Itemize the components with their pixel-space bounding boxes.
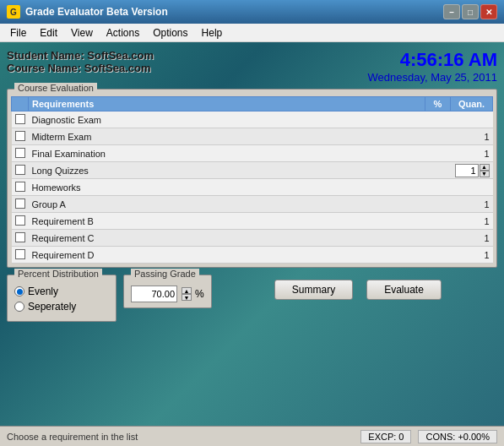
menu-view[interactable]: View	[64, 25, 100, 41]
eval-qty: 1	[451, 247, 493, 264]
eval-qty: 1	[451, 128, 493, 145]
table-row: Final Examination1	[12, 145, 493, 162]
course-eval-panel: Course Evaluation Requirements % Quan. D…	[7, 89, 497, 268]
passing-spinner[interactable]: ▲ ▼	[182, 287, 192, 301]
eval-qty: 1	[451, 145, 493, 162]
close-button[interactable]: ✕	[480, 4, 497, 19]
passing-grade-title: Passing Grade	[131, 269, 199, 279]
eval-qty	[451, 112, 493, 128]
col-pct: %	[425, 97, 451, 112]
cons-badge: CONS: +0.00%	[418, 430, 497, 443]
eval-name: Midterm Exam	[29, 128, 425, 145]
table-row: Requirement B1	[12, 213, 493, 230]
window-title: Grade Evaluator Beta Version	[25, 6, 443, 18]
eval-name: Requirement B	[29, 213, 425, 230]
eval-name: Requirement D	[29, 247, 425, 264]
evaluate-button[interactable]: Evaluate	[366, 280, 442, 300]
eval-pct	[425, 128, 451, 145]
eval-pct	[425, 179, 451, 196]
student-info: Student Name: SoftSea.com Course Name: S…	[7, 49, 154, 84]
summary-button[interactable]: Summary	[274, 280, 353, 300]
col-check	[12, 97, 29, 112]
info-section: Student Name: SoftSea.com Course Name: S…	[7, 49, 497, 84]
course-name-label: Course Name: SoftSea.com	[7, 62, 154, 74]
radio-evenly-btn[interactable]	[14, 286, 24, 296]
col-qty: Quan.	[451, 97, 493, 112]
eval-qty	[451, 179, 493, 196]
status-message: Choose a requirement in the list	[7, 432, 360, 442]
eval-pct	[425, 230, 451, 247]
eval-pct	[425, 247, 451, 264]
eval-name: Requirement C	[29, 230, 425, 247]
passing-grade-input[interactable]	[131, 286, 177, 302]
eval-qty: 1	[451, 213, 493, 230]
radio-evenly-label: Evenly	[28, 286, 58, 297]
radio-separately-label: Seperately	[28, 301, 76, 313]
passing-grade-panel: Passing Grade ▲ ▼ %	[123, 275, 212, 308]
maximize-button[interactable]: □	[462, 4, 479, 19]
eval-pct	[425, 213, 451, 230]
eval-qty: ▲▼	[451, 162, 493, 179]
action-buttons: Summary Evaluate	[219, 280, 497, 300]
excp-badge: EXCP: 0	[360, 430, 411, 443]
eval-pct	[425, 112, 451, 128]
menu-options[interactable]: Options	[146, 25, 194, 41]
menu-bar: File Edit View Actions Options Help	[0, 24, 504, 42]
passing-increment-btn[interactable]: ▲	[182, 287, 192, 294]
eval-name: Final Examination	[29, 145, 425, 162]
eval-checkbox[interactable]	[15, 165, 25, 175]
radio-separately[interactable]: Seperately	[14, 301, 109, 313]
table-row: Group A1	[12, 196, 493, 213]
eval-checkbox[interactable]	[15, 182, 25, 192]
eval-name: Group A	[29, 196, 425, 213]
menu-help[interactable]: Help	[195, 25, 230, 41]
table-row: Midterm Exam1	[12, 128, 493, 145]
eval-qty: 1	[451, 230, 493, 247]
passing-input-row: ▲ ▼ %	[131, 286, 204, 302]
eval-pct	[425, 196, 451, 213]
eval-checkbox[interactable]	[15, 114, 25, 124]
action-buttons-area: Summary Evaluate	[219, 275, 497, 303]
table-row: Long Quizzes▲▼	[12, 162, 493, 179]
radio-separately-btn[interactable]	[14, 302, 24, 312]
bottom-section: Percent Distribution Evenly Seperately P…	[7, 275, 497, 322]
current-time: 4:56:16 AM	[368, 49, 497, 71]
eval-checkbox[interactable]	[15, 232, 25, 242]
qty-increment-btn[interactable]: ▲	[480, 164, 490, 171]
table-row: Requirement C1	[12, 230, 493, 247]
table-row: Homeworks	[12, 179, 493, 196]
course-eval-title: Course Evaluation	[14, 83, 97, 93]
eval-name: Homeworks	[29, 179, 425, 196]
menu-actions[interactable]: Actions	[100, 25, 146, 41]
eval-name: Diagnostic Exam	[29, 112, 425, 128]
minimize-button[interactable]: –	[443, 4, 460, 19]
datetime-display: 4:56:16 AM Wednesday, May 25, 2011	[368, 49, 497, 84]
table-row: Diagnostic Exam	[12, 112, 493, 128]
eval-checkbox[interactable]	[15, 215, 25, 226]
eval-qty: 1	[451, 196, 493, 213]
current-date: Wednesday, May 25, 2011	[368, 71, 497, 84]
passing-decrement-btn[interactable]: ▼	[182, 294, 192, 301]
eval-checkbox[interactable]	[15, 249, 25, 259]
qty-spinner-input[interactable]	[455, 164, 479, 177]
status-bar: Choose a requirement in the list EXCP: 0…	[0, 426, 504, 446]
eval-name: Long Quizzes	[29, 162, 425, 179]
passing-unit: %	[195, 288, 204, 300]
eval-checkbox[interactable]	[15, 199, 25, 209]
percent-distribution-panel: Percent Distribution Evenly Seperately	[7, 275, 117, 322]
qty-decrement-btn[interactable]: ▼	[480, 171, 490, 177]
menu-edit[interactable]: Edit	[33, 25, 64, 41]
student-name-label: Student Name: SoftSea.com	[7, 49, 154, 62]
window-controls: – □ ✕	[443, 4, 497, 19]
col-requirements: Requirements	[29, 97, 425, 112]
eval-checkbox[interactable]	[15, 148, 25, 158]
eval-checkbox[interactable]	[15, 131, 25, 141]
main-content: SoftSea.com Student Name: SoftSea.com Co…	[0, 42, 504, 426]
eval-pct	[425, 162, 451, 179]
eval-pct	[425, 145, 451, 162]
app-icon: G	[7, 5, 20, 19]
title-bar: G Grade Evaluator Beta Version – □ ✕	[0, 0, 504, 24]
menu-file[interactable]: File	[3, 25, 33, 41]
percent-dist-title: Percent Distribution	[14, 269, 102, 279]
radio-evenly[interactable]: Evenly	[14, 286, 109, 297]
